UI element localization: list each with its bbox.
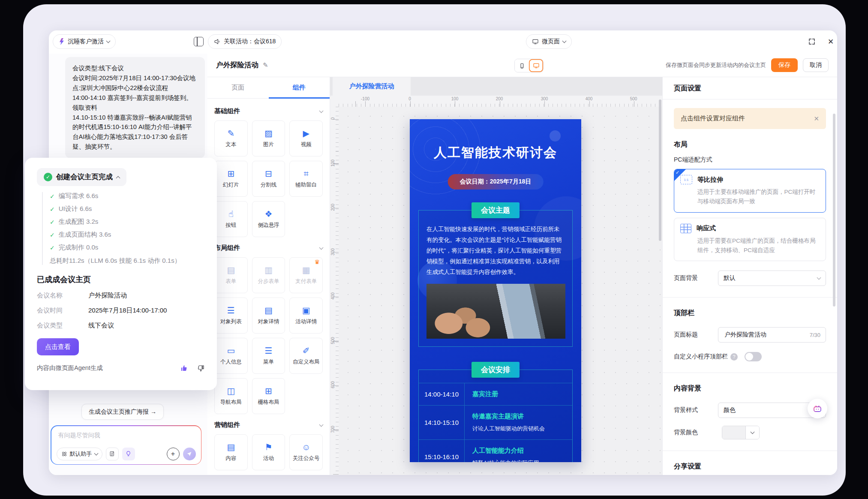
prompt-template-button[interactable] [106,448,119,460]
sidebar-toggle-icon[interactable] [194,37,204,46]
schedule-row: 14:00-14:10 嘉宾注册 [419,383,572,405]
tab-components[interactable]: 组件 [269,77,330,98]
component-menu[interactable]: ☰菜单 [252,338,285,374]
option-responsive[interactable]: 响应式 适用于需要在PC端推广的页面，结合栅格布局组件，支持移动、PC端自适应 [674,218,826,262]
send-button[interactable] [183,448,196,460]
chevron-down-icon [319,245,324,250]
cancel-button[interactable]: 取消 [803,58,829,72]
component-object-detail[interactable]: ▤对象详情 [252,298,285,334]
mobile-page-preview[interactable]: 人工智能技术研讨会 会议日期：2025年7月18日 会议主题 在人工智能快速发展… [410,119,581,462]
page-title-input[interactable] [724,331,788,339]
page-bg-select[interactable]: 默认 [718,271,826,286]
lightbulb-icon [125,451,132,457]
section-marketing-components[interactable]: 营销组件 [214,421,323,429]
component-profile[interactable]: ▭个人信息 [214,338,248,374]
canvas-scrollbar[interactable] [659,99,661,241]
canvas-tab-strip: 户外探险营活动 [330,77,662,96]
topic-section: 会议主题 在人工智能快速发展的时代，营销领域正经历前所未有的变化。本次会议的主题… [418,210,573,347]
chat-input[interactable] [57,431,195,439]
agent-selector[interactable]: 沉睡客户激活 [53,34,116,49]
chevron-down-icon [562,39,567,43]
save-button[interactable]: 保存 [771,58,798,72]
thumbs-up-icon[interactable] [180,364,188,372]
char-counter: 7/30 [810,332,820,338]
result-heading: 已成成会议主页 [37,274,205,285]
add-attachment-button[interactable]: + [167,448,180,460]
suggestion-chip[interactable]: 生成会议主页推广海报 → [81,404,164,420]
result-field: 会议时间 2025年7月18日14:00-17:00 [37,307,205,315]
chevron-down-icon [817,276,821,280]
assistant-fab[interactable] [808,399,827,418]
component-grid-layout[interactable]: ⊞栅格布局 [252,378,285,414]
preview-title: 人工智能技术研讨会 [410,144,581,162]
tab-pages[interactable]: 页面 [207,77,269,98]
component-activity[interactable]: ⚑活动 [252,434,285,470]
component-text[interactable]: ✎文本 [214,120,248,156]
edit-pencil-icon[interactable]: ✎ [263,61,268,69]
desktop-preview-button[interactable] [529,59,543,72]
profile-icon: ▭ [227,346,235,355]
task-step: ✓编写需求 6.6s [50,192,205,200]
component-palette: 页面 组件 基础组件 ✎文本 ▨图片 ▶视频 ⊞幻灯片 ⊟分割线 ⌗辅助留白 ☝… [207,77,330,475]
option-scale-stretch[interactable]: ✓ 1:1 等比拉伸 适用于主要在移动端推广的页面，PC端打开时与移动端页面布局… [674,169,826,213]
component-divider[interactable]: ⊟分割线 [252,161,285,197]
thumbs-down-icon[interactable] [197,364,205,372]
component-custom-layout[interactable]: ✐自定义布局 [289,338,323,374]
component-slides[interactable]: ⊞幻灯片 [214,161,248,197]
section-layout-components[interactable]: 布局组件 [214,244,323,252]
component-nav-layout[interactable]: ◫导航布局 [214,378,248,414]
chevron-down-icon [106,39,111,43]
mobile-preview-button[interactable] [515,59,529,72]
page-settings-panel: 页面设置 点击组件设置对应组件 ✕ 布局 PC端适配方式 ✓ 1:1 等比拉伸 … [662,77,837,475]
check-icon: ✓ [676,170,679,175]
divider [663,373,837,373]
component-follow-account[interactable]: ☺关注公众号 [289,434,323,470]
canvas-tab-active[interactable]: 户外探险营活动 [333,77,411,96]
component-side-float[interactable]: ❖侧边悬浮 [252,201,285,237]
design-canvas[interactable]: 户外探险营活动 -100 0 100 200 300 400 500 0 100… [330,77,662,475]
chevron-down-icon [319,422,324,427]
task-step: ✓完成制作 0.0s [50,243,205,252]
component-pay-form[interactable]: ♛▦支付表单 [289,257,323,293]
menu-icon: ☰ [265,346,273,355]
help-icon[interactable]: ? [730,353,738,361]
settings-scrollbar[interactable] [833,114,835,307]
device-preview-toggle [514,59,544,72]
custom-topbar-toggle[interactable] [745,352,762,361]
component-spacer[interactable]: ⌗辅助留白 [289,161,323,197]
agent-selector-label: 沉睡客户激活 [68,38,104,45]
chevron-down-icon [319,108,324,113]
grid-icon [680,224,691,233]
related-activity-chip[interactable]: 关联活动：会议618 [208,34,282,49]
vertical-ruler: 0 100 200 300 400 500 600 700 [330,107,339,475]
page-type-selector[interactable]: 微页面 [526,34,572,49]
task-steps: ✓编写需求 6.6s ✓UI设计 6.6s ✓生成配图 3.2s ✓生成页面结构… [42,192,205,265]
inspiration-button[interactable] [122,448,135,460]
component-step-form[interactable]: ▥分步表单 [252,257,285,293]
canvas-grid[interactable]: 人工智能技术研讨会 会议日期：2025年7月18日 会议主题 在人工智能快速发展… [339,107,662,475]
component-activity-detail[interactable]: ▣活动详情 [289,298,323,334]
component-content[interactable]: ▤内容 [214,434,248,470]
schedule-tag: 会议安排 [472,362,520,378]
section-basic-components[interactable]: 基础组件 [214,107,323,115]
assistant-selector[interactable]: 默认助手 [57,448,102,460]
close-icon[interactable]: ✕ [826,37,835,46]
topic-text: 在人工智能快速发展的时代，营销领域正经历前所未有的变化。本次会议的主题是“讨论人… [426,224,565,278]
crown-icon: ♛ [314,259,320,265]
fullscreen-icon[interactable] [807,37,817,46]
component-form[interactable]: ▤表单 [214,257,248,293]
notice-close-icon[interactable]: ✕ [814,115,819,123]
preview-date-badge: 会议日期：2025年7月18日 [448,174,544,189]
magic-wand-icon [59,38,65,45]
page-type-label: 微页面 [542,38,560,45]
component-object-list[interactable]: ☰对象列表 [214,298,248,334]
task-status[interactable]: ✓ 创建会议主页完成 [37,168,126,186]
view-page-button[interactable]: 点击查看 [37,338,79,355]
palette-tabs: 页面 组件 [207,77,330,99]
activity-icon: ⚑ [265,443,273,451]
component-image[interactable]: ▨图片 [252,120,285,156]
bg-color-select[interactable] [722,426,760,439]
component-button[interactable]: ☝按钮 [214,201,248,237]
component-video[interactable]: ▶视频 [289,120,323,156]
follow-account-icon: ☺ [302,443,310,451]
